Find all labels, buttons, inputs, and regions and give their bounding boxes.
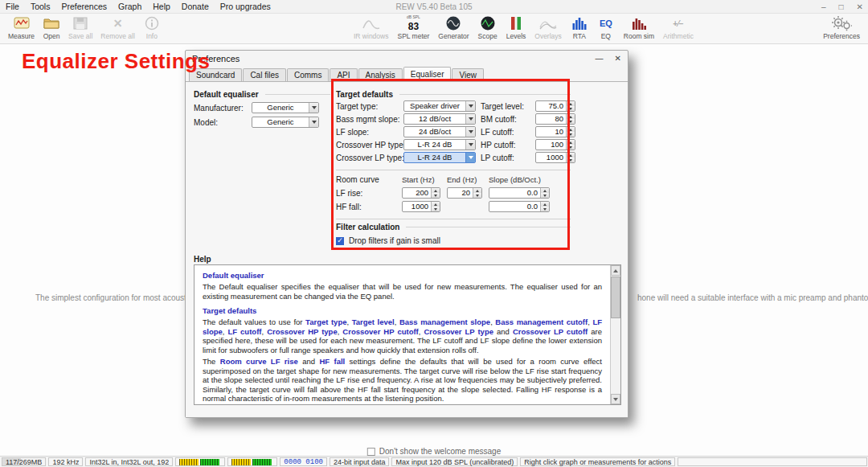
combo-value: Generic	[252, 117, 309, 127]
help-link[interactable]: Bass management slope	[399, 317, 490, 326]
measure-button[interactable]: Measure	[5, 14, 38, 40]
menu-graph[interactable]: Graph	[113, 0, 147, 14]
chevron-down-icon[interactable]	[309, 117, 318, 127]
spinner-value: 80	[536, 114, 566, 124]
help-link[interactable]: Room curve LF rise	[220, 357, 298, 366]
chevron-down-icon[interactable]	[465, 114, 475, 124]
scrollbar-thumb[interactable]	[611, 277, 620, 318]
target-defaults-title: Target defaults	[336, 90, 571, 99]
chevron-down-icon[interactable]	[309, 103, 318, 113]
checkbox-checked-icon[interactable]: ✓	[336, 237, 344, 245]
close-icon[interactable]: ✕	[857, 2, 863, 11]
spinner-buttons[interactable]	[540, 202, 549, 211]
lf-rise-end-spinner[interactable]: 20	[447, 187, 482, 199]
spinner-buttons[interactable]	[431, 188, 440, 198]
memory-usage[interactable]: 117/269MB	[2, 457, 46, 466]
arithmetic-button[interactable]: +⁄− Arithmetic	[660, 14, 697, 40]
menu-preferences[interactable]: Preferences	[55, 0, 113, 14]
dont-show-welcome-checkbox[interactable]: Don't show the welcome message	[367, 447, 501, 456]
remove-all-button[interactable]: ✕ Remove all	[97, 14, 138, 40]
scope-button[interactable]: Scope	[475, 14, 501, 40]
manufacturer-combo[interactable]: Generic	[252, 102, 319, 113]
combo-value: 12 dB/oct	[404, 114, 465, 124]
spl-meter-button[interactable]: dB SPL83 SPL meter	[394, 14, 432, 40]
menu-pro-upgrades[interactable]: Pro upgrades	[215, 0, 276, 14]
save-all-button[interactable]: Save all	[65, 14, 96, 40]
lp-cutoff-spinner[interactable]: 1000	[535, 152, 575, 163]
tab-cal-files[interactable]: Cal files	[243, 68, 286, 81]
target-level-spinner[interactable]: 75.0	[535, 100, 575, 112]
tab-view[interactable]: View	[452, 68, 484, 81]
menu-donate[interactable]: Donate	[176, 0, 215, 14]
manufacturer-label: Manufacturer:	[194, 104, 245, 113]
spinner-buttons[interactable]	[473, 188, 481, 198]
gear-icon	[831, 15, 852, 31]
model-combo[interactable]: Generic	[252, 117, 319, 128]
tab-equaliser[interactable]: Equaliser	[403, 67, 452, 81]
ir-windows-button[interactable]: IR windows	[350, 14, 391, 40]
help-link[interactable]: HF fall	[319, 357, 345, 366]
spinner-buttons[interactable]	[540, 188, 549, 198]
lf-cutoff-spinner[interactable]: 10	[535, 126, 575, 137]
hf-fall-start-spinner[interactable]: 1000	[402, 201, 440, 212]
open-folder-icon	[43, 15, 59, 31]
help-scrollbar[interactable]	[610, 265, 620, 404]
lf-slope-combo[interactable]: 24 dB/oct	[403, 126, 476, 137]
help-link[interactable]: Crossover LP type	[424, 327, 493, 336]
drop-filters-checkbox-row[interactable]: ✓ Drop filters if gain is small	[336, 236, 571, 245]
help-link[interactable]: Crossover LP cutoff	[513, 327, 588, 336]
spinner-buttons[interactable]	[566, 114, 575, 124]
chevron-down-icon[interactable]	[465, 127, 475, 137]
room-sim-button[interactable]: Room sim	[620, 14, 657, 40]
preferences-button[interactable]: Preferences	[820, 14, 863, 40]
help-link[interactable]: Crossover HP cutoff	[342, 327, 418, 336]
tab-comms[interactable]: Comms	[287, 68, 329, 81]
help-link[interactable]: Bass management cutoff	[495, 317, 588, 326]
menu-help[interactable]: Help	[147, 0, 176, 14]
chevron-down-icon[interactable]	[465, 153, 475, 162]
crossover-hp-type-combo[interactable]: L-R 24 dB	[403, 139, 476, 150]
spinner-buttons[interactable]	[566, 127, 575, 137]
bass-mgmt-slope-combo[interactable]: 12 dB/oct	[403, 113, 476, 125]
scroll-down-icon[interactable]	[611, 394, 620, 404]
levels-button[interactable]: Levels	[503, 14, 530, 40]
generator-button[interactable]: Generator	[435, 14, 472, 40]
help-link[interactable]: Target level	[352, 317, 395, 326]
overlays-button[interactable]: Overlays	[531, 14, 565, 40]
scroll-up-icon[interactable]	[611, 265, 620, 276]
tab-analysis[interactable]: Analysis	[358, 68, 403, 81]
lf-rise-slope-spinner[interactable]: 0.0	[489, 187, 550, 199]
minimize-icon[interactable]: –	[821, 2, 826, 11]
tab-api[interactable]: API	[330, 68, 357, 81]
spinner-buttons[interactable]	[566, 101, 575, 111]
spinner-buttons[interactable]	[566, 140, 575, 150]
hp-cutoff-spinner[interactable]: 100	[535, 139, 575, 150]
info-button[interactable]: Info	[140, 14, 164, 40]
spinner-buttons[interactable]	[431, 202, 440, 211]
lf-rise-start-spinner[interactable]: 200	[402, 187, 440, 199]
dialog-close-icon[interactable]: ✕	[615, 54, 621, 63]
help-link[interactable]: LF cutoff	[227, 327, 261, 336]
bm-cutoff-spinner[interactable]: 80	[535, 113, 575, 125]
open-button[interactable]: Open	[39, 14, 63, 40]
hf-fall-slope-spinner[interactable]: 0.0	[489, 201, 550, 212]
separator	[336, 170, 571, 170]
combo-value: Generic	[252, 103, 309, 113]
rta-button[interactable]: RTA	[567, 14, 592, 40]
spinner-buttons[interactable]	[566, 153, 575, 162]
dialog-titlebar[interactable]: Preferences — ✕	[186, 51, 628, 66]
crossover-lp-type-combo[interactable]: L-R 24 dB	[403, 152, 476, 163]
chevron-down-icon[interactable]	[465, 140, 475, 150]
checkbox-icon[interactable]	[367, 448, 375, 456]
help-text: The Default equaliser specifies the equa…	[203, 282, 602, 301]
target-type-combo[interactable]: Speaker driver	[403, 100, 476, 112]
help-link[interactable]: Crossover HP type	[267, 327, 338, 336]
eq-button[interactable]: EQ EQ	[594, 14, 618, 40]
dialog-minimize-icon[interactable]: —	[596, 54, 604, 63]
help-link[interactable]: Target type	[305, 317, 346, 326]
spl-meter-label: SPL meter	[397, 32, 429, 40]
maximize-icon[interactable]: □	[839, 2, 844, 11]
menu-tools[interactable]: Tools	[25, 0, 56, 14]
chevron-down-icon[interactable]	[465, 101, 475, 111]
menu-file[interactable]: File	[0, 0, 25, 14]
